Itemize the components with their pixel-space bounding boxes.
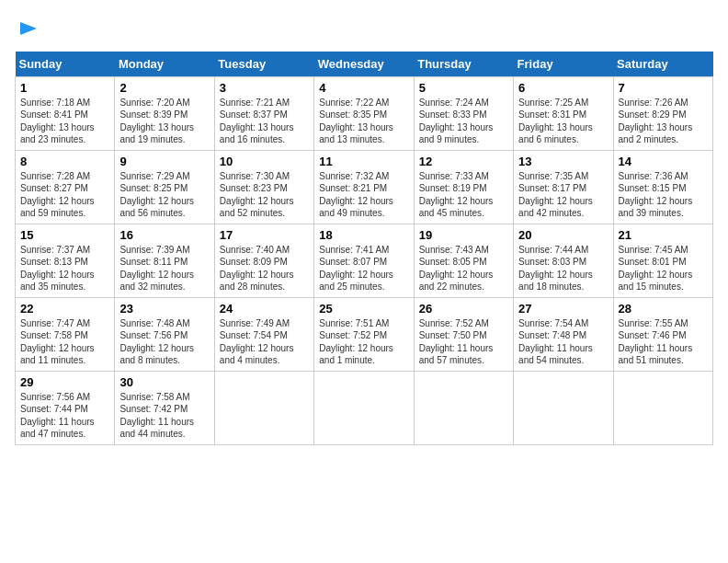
day-info: Sunrise: 7:24 AM Sunset: 8:33 PM Dayligh… — [419, 97, 508, 146]
calendar-cell: 2Sunrise: 7:20 AM Sunset: 8:39 PM Daylig… — [115, 76, 214, 150]
day-number: 7 — [619, 81, 708, 95]
logo-icon — [18, 18, 39, 39]
week-row-5: 29Sunrise: 7:56 AM Sunset: 7:44 PM Dayli… — [16, 371, 713, 444]
calendar-cell: 25Sunrise: 7:51 AM Sunset: 7:52 PM Dayli… — [314, 297, 414, 371]
day-info: Sunrise: 7:51 AM Sunset: 7:52 PM Dayligh… — [319, 317, 408, 367]
day-number: 24 — [220, 302, 309, 316]
day-info: Sunrise: 7:40 AM Sunset: 8:09 PM Dayligh… — [220, 244, 309, 293]
day-number: 1 — [20, 81, 109, 95]
day-info: Sunrise: 7:18 AM Sunset: 8:41 PM Dayligh… — [20, 97, 109, 146]
day-info: Sunrise: 7:56 AM Sunset: 7:44 PM Dayligh… — [20, 391, 109, 441]
calendar-cell: 14Sunrise: 7:36 AM Sunset: 8:15 PM Dayli… — [613, 150, 712, 224]
calendar-cell: 12Sunrise: 7:33 AM Sunset: 8:19 PM Dayli… — [414, 150, 513, 224]
day-number: 30 — [119, 375, 209, 389]
week-row-4: 22Sunrise: 7:47 AM Sunset: 7:58 PM Dayli… — [16, 297, 713, 371]
day-number: 21 — [619, 228, 708, 242]
calendar-cell: 19Sunrise: 7:43 AM Sunset: 8:05 PM Dayli… — [414, 224, 513, 297]
day-number: 6 — [518, 81, 608, 95]
day-info: Sunrise: 7:49 AM Sunset: 7:54 PM Dayligh… — [220, 317, 309, 367]
day-info: Sunrise: 7:37 AM Sunset: 8:13 PM Dayligh… — [20, 244, 109, 293]
calendar-cell: 5Sunrise: 7:24 AM Sunset: 8:33 PM Daylig… — [414, 76, 513, 150]
calendar-cell: 18Sunrise: 7:41 AM Sunset: 8:07 PM Dayli… — [314, 224, 414, 297]
day-info: Sunrise: 7:30 AM Sunset: 8:23 PM Dayligh… — [220, 170, 309, 220]
day-info: Sunrise: 7:26 AM Sunset: 8:29 PM Dayligh… — [619, 97, 708, 146]
day-info: Sunrise: 7:41 AM Sunset: 8:07 PM Dayligh… — [319, 244, 408, 293]
day-info: Sunrise: 7:52 AM Sunset: 7:50 PM Dayligh… — [419, 317, 508, 367]
day-info: Sunrise: 7:55 AM Sunset: 7:46 PM Dayligh… — [619, 317, 708, 367]
day-number: 27 — [518, 302, 608, 316]
day-number: 20 — [518, 228, 608, 242]
calendar-cell: 15Sunrise: 7:37 AM Sunset: 8:13 PM Dayli… — [16, 224, 115, 297]
day-number: 2 — [119, 81, 209, 95]
calendar-cell: 10Sunrise: 7:30 AM Sunset: 8:23 PM Dayli… — [214, 150, 313, 224]
day-number: 19 — [419, 228, 508, 242]
calendar-header-row: SundayMondayTuesdayWednesdayThursdayFrid… — [16, 52, 713, 77]
col-header-friday: Friday — [514, 52, 613, 77]
day-info: Sunrise: 7:32 AM Sunset: 8:21 PM Dayligh… — [319, 170, 408, 220]
calendar-cell: 26Sunrise: 7:52 AM Sunset: 7:50 PM Dayli… — [414, 297, 513, 371]
day-info: Sunrise: 7:33 AM Sunset: 8:19 PM Dayligh… — [419, 170, 508, 220]
calendar-cell: 30Sunrise: 7:58 AM Sunset: 7:42 PM Dayli… — [115, 371, 214, 444]
calendar-cell — [514, 371, 613, 444]
day-info: Sunrise: 7:45 AM Sunset: 8:01 PM Dayligh… — [619, 244, 708, 293]
col-header-wednesday: Wednesday — [314, 52, 414, 77]
day-number: 3 — [220, 81, 309, 95]
calendar-cell: 27Sunrise: 7:54 AM Sunset: 7:48 PM Dayli… — [514, 297, 613, 371]
day-info: Sunrise: 7:20 AM Sunset: 8:39 PM Dayligh… — [119, 97, 209, 146]
day-info: Sunrise: 7:21 AM Sunset: 8:37 PM Dayligh… — [220, 97, 309, 146]
calendar-cell: 24Sunrise: 7:49 AM Sunset: 7:54 PM Dayli… — [214, 297, 313, 371]
calendar-cell: 22Sunrise: 7:47 AM Sunset: 7:58 PM Dayli… — [16, 297, 115, 371]
day-info: Sunrise: 7:48 AM Sunset: 7:56 PM Dayligh… — [119, 317, 209, 367]
calendar-cell: 4Sunrise: 7:22 AM Sunset: 8:35 PM Daylig… — [314, 76, 414, 150]
col-header-sunday: Sunday — [16, 52, 115, 77]
calendar-cell: 16Sunrise: 7:39 AM Sunset: 8:11 PM Dayli… — [115, 224, 214, 297]
day-number: 23 — [119, 302, 209, 316]
day-number: 8 — [20, 155, 109, 168]
day-info: Sunrise: 7:29 AM Sunset: 8:25 PM Dayligh… — [119, 170, 209, 220]
day-info: Sunrise: 7:22 AM Sunset: 8:35 PM Dayligh… — [319, 97, 408, 146]
week-row-3: 15Sunrise: 7:37 AM Sunset: 8:13 PM Dayli… — [16, 224, 713, 297]
day-number: 18 — [319, 228, 408, 242]
calendar-cell: 7Sunrise: 7:26 AM Sunset: 8:29 PM Daylig… — [613, 76, 712, 150]
day-number: 26 — [419, 302, 508, 316]
calendar-cell — [414, 371, 513, 444]
day-number: 11 — [319, 155, 408, 168]
col-header-thursday: Thursday — [414, 52, 513, 77]
calendar-cell: 8Sunrise: 7:28 AM Sunset: 8:27 PM Daylig… — [16, 150, 115, 224]
calendar-cell: 13Sunrise: 7:35 AM Sunset: 8:17 PM Dayli… — [514, 150, 613, 224]
day-info: Sunrise: 7:28 AM Sunset: 8:27 PM Dayligh… — [20, 170, 109, 220]
day-info: Sunrise: 7:47 AM Sunset: 7:58 PM Dayligh… — [20, 317, 109, 367]
calendar-cell: 20Sunrise: 7:44 AM Sunset: 8:03 PM Dayli… — [514, 224, 613, 297]
col-header-tuesday: Tuesday — [214, 52, 313, 77]
day-number: 14 — [619, 155, 708, 168]
calendar-cell — [214, 371, 313, 444]
page-header — [15, 15, 713, 42]
day-number: 10 — [220, 155, 309, 168]
day-info: Sunrise: 7:58 AM Sunset: 7:42 PM Dayligh… — [119, 391, 209, 441]
col-header-saturday: Saturday — [613, 52, 712, 77]
calendar-cell — [314, 371, 414, 444]
day-info: Sunrise: 7:36 AM Sunset: 8:15 PM Dayligh… — [619, 170, 708, 220]
day-number: 15 — [20, 228, 109, 242]
day-number: 16 — [119, 228, 209, 242]
logo — [15, 15, 39, 42]
calendar-cell — [613, 371, 712, 444]
day-info: Sunrise: 7:35 AM Sunset: 8:17 PM Dayligh… — [518, 170, 608, 220]
calendar-cell: 17Sunrise: 7:40 AM Sunset: 8:09 PM Dayli… — [214, 224, 313, 297]
day-number: 9 — [119, 155, 209, 168]
calendar-cell: 28Sunrise: 7:55 AM Sunset: 7:46 PM Dayli… — [613, 297, 712, 371]
day-info: Sunrise: 7:25 AM Sunset: 8:31 PM Dayligh… — [518, 97, 608, 146]
calendar-table: SundayMondayTuesdayWednesdayThursdayFrid… — [15, 52, 713, 445]
calendar-cell: 23Sunrise: 7:48 AM Sunset: 7:56 PM Dayli… — [115, 297, 214, 371]
week-row-2: 8Sunrise: 7:28 AM Sunset: 8:27 PM Daylig… — [16, 150, 713, 224]
calendar-cell: 9Sunrise: 7:29 AM Sunset: 8:25 PM Daylig… — [115, 150, 214, 224]
day-info: Sunrise: 7:44 AM Sunset: 8:03 PM Dayligh… — [518, 244, 608, 293]
day-info: Sunrise: 7:43 AM Sunset: 8:05 PM Dayligh… — [419, 244, 508, 293]
calendar-cell: 3Sunrise: 7:21 AM Sunset: 8:37 PM Daylig… — [214, 76, 313, 150]
day-number: 17 — [220, 228, 309, 242]
day-info: Sunrise: 7:54 AM Sunset: 7:48 PM Dayligh… — [518, 317, 608, 367]
day-number: 29 — [20, 375, 109, 389]
calendar-cell: 21Sunrise: 7:45 AM Sunset: 8:01 PM Dayli… — [613, 224, 712, 297]
day-number: 12 — [419, 155, 508, 168]
week-row-1: 1Sunrise: 7:18 AM Sunset: 8:41 PM Daylig… — [16, 76, 713, 150]
